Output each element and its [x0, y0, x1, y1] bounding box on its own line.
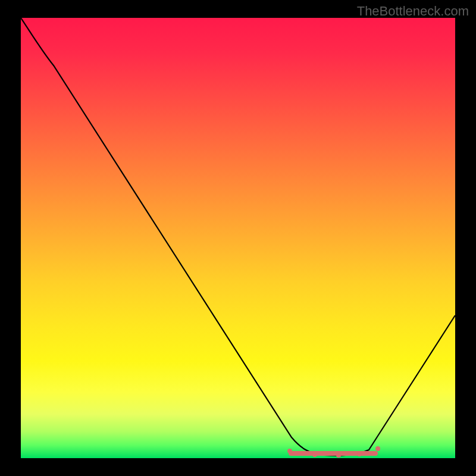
- optimal-band-mid-dot-1: [312, 452, 317, 457]
- bottleneck-curve: [21, 18, 455, 458]
- optimal-band-start-dot: [287, 449, 292, 453]
- optimal-band-marker: [289, 451, 378, 456]
- optimal-band-mid-dot-2: [336, 453, 341, 458]
- optimal-band-mid-dot-3: [357, 452, 362, 456]
- optimal-band-end-dot: [375, 446, 380, 451]
- plot-area: [21, 18, 455, 458]
- watermark-text: TheBottleneck.com: [357, 4, 469, 19]
